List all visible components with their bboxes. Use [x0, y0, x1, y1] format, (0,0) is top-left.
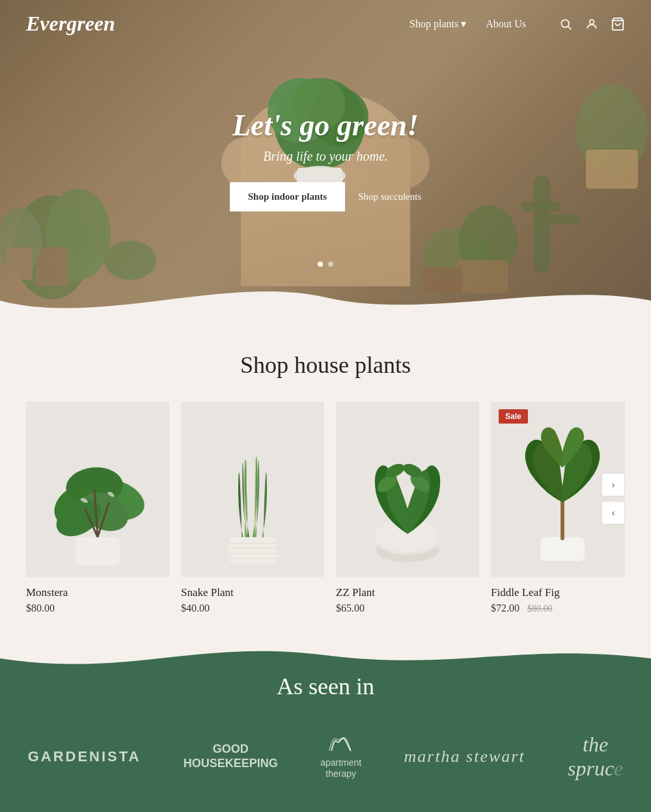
gardenista-label: GARDENISTA	[28, 748, 141, 765]
product-name-snake: Snake Plant	[181, 586, 324, 599]
product-name-fiddle: Fiddle Leaf Fig	[491, 586, 625, 599]
product-price-fiddle: $72.00 $80.00	[491, 602, 625, 614]
cart-icon[interactable]	[611, 17, 625, 31]
svg-rect-36	[229, 537, 277, 563]
search-icon[interactable]	[559, 17, 573, 31]
apartment-therapy-label: apartmenttherapy	[320, 757, 361, 779]
navigation: Evergreen Shop plants ▾ About Us	[0, 0, 651, 47]
carousel-dots	[318, 262, 333, 267]
seen-in-section: As seen in GARDENISTA GOODHOUSEKEEPING a…	[0, 640, 651, 812]
product-card-snake[interactable]: Snake Plant $40.00	[181, 401, 324, 614]
dot-1[interactable]	[318, 262, 323, 267]
hero-title: Let's go green!	[230, 108, 422, 142]
logo-martha-stewart: martha stewart	[404, 747, 525, 766]
svg-rect-49	[540, 537, 585, 561]
hero-content: Let's go green! Bring life to your home.…	[230, 108, 422, 211]
chevron-down-icon: ▾	[461, 18, 466, 30]
carousel-prev-button[interactable]: ‹	[602, 501, 625, 524]
seen-wave	[0, 639, 651, 678]
product-name-monstera: Monstera	[26, 586, 169, 599]
shop-indoor-button[interactable]: Shop indoor plants	[230, 182, 345, 211]
product-card-monstera[interactable]: Monstera $80.00	[26, 401, 169, 614]
brand-logo[interactable]: Evergreen	[26, 12, 409, 36]
sale-badge: Sale	[499, 409, 528, 424]
hero-wave	[0, 275, 651, 319]
shop-section: Shop house plants	[0, 319, 651, 640]
hero-buttons: Shop indoor plants Shop succulents	[230, 182, 422, 211]
logos-row: GARDENISTA GOODHOUSEKEEPING apartmentthe…	[0, 733, 651, 781]
user-icon[interactable]	[585, 17, 599, 31]
svg-point-2	[590, 20, 594, 24]
svg-point-0	[561, 20, 569, 27]
nav-links: Shop plants ▾ About Us	[409, 17, 625, 31]
product-price-zz: $65.00	[336, 602, 479, 614]
shop-plants-label: Shop plants	[409, 18, 458, 30]
about-us-nav[interactable]: About Us	[486, 18, 526, 30]
apartment-therapy-icon	[327, 734, 355, 753]
shop-plants-nav[interactable]: Shop plants ▾	[409, 18, 466, 30]
the-spruce-label: thespruce	[568, 733, 623, 781]
martha-stewart-label: martha stewart	[404, 747, 525, 766]
product-image-zz	[336, 401, 479, 577]
product-image-snake	[181, 401, 324, 577]
product-price-snake: $40.00	[181, 602, 324, 614]
svg-line-1	[568, 26, 572, 29]
svg-rect-26	[76, 537, 120, 565]
good-housekeeping-label: GOODHOUSEKEEPING	[184, 742, 278, 770]
seen-in-title: As seen in	[0, 673, 651, 700]
product-name-zz: ZZ Plant	[336, 586, 479, 599]
products-container: Monstera $80.00	[26, 401, 625, 614]
logo-gardenista: GARDENISTA	[28, 748, 141, 765]
price-original-fiddle: $80.00	[527, 604, 553, 614]
products-row: Monstera $80.00	[26, 401, 625, 614]
logo-good-housekeeping: GOODHOUSEKEEPING	[184, 742, 278, 770]
logo-the-spruce: thespruce	[568, 733, 623, 781]
shop-section-title: Shop house plants	[26, 351, 625, 379]
logo-apartment-therapy: apartmenttherapy	[320, 734, 361, 779]
product-card-zz[interactable]: ZZ Plant $65.00	[336, 401, 479, 614]
hero-subtitle: Bring life to your home.	[230, 149, 422, 164]
hero-section: Let's go green! Bring life to your home.…	[0, 0, 651, 319]
product-image-monstera	[26, 401, 169, 577]
dot-2[interactable]	[328, 262, 333, 267]
nav-icon-group	[559, 17, 625, 31]
carousel-next-button[interactable]: ›	[602, 473, 625, 496]
product-price-monstera: $80.00	[26, 602, 169, 614]
shop-succulents-button[interactable]: Shop succulents	[358, 191, 421, 202]
